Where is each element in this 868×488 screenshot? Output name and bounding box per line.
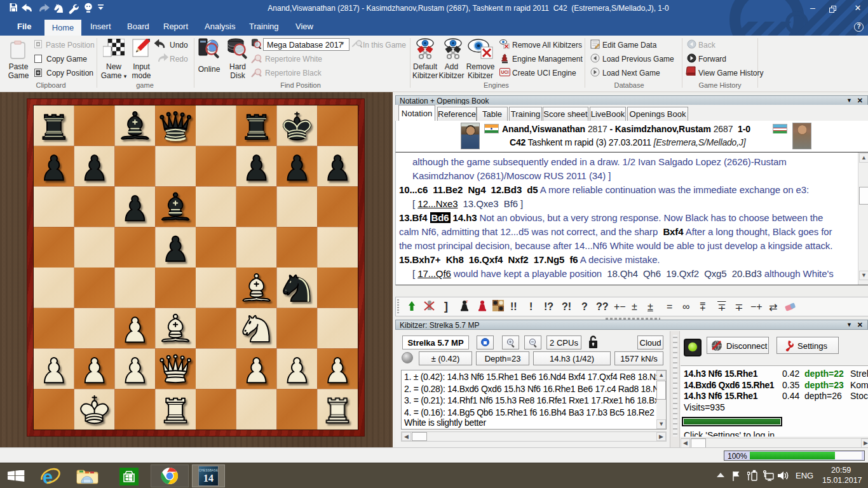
svg-text:T: T — [466, 300, 468, 304]
